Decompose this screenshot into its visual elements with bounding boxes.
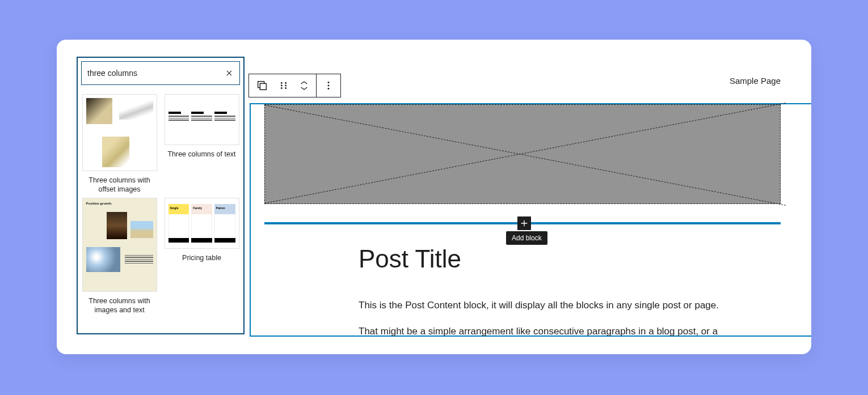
chevron-up-icon[interactable]	[300, 80, 309, 86]
add-block-button[interactable]	[517, 216, 531, 230]
pattern-label: Three columns with images and text	[81, 296, 158, 315]
search-field-wrap[interactable]	[81, 61, 240, 85]
pattern-label: Three columns of text	[166, 150, 237, 159]
svg-point-5	[285, 85, 286, 87]
pattern-thumbnail: Positive growth.	[82, 198, 157, 292]
search-input[interactable]	[87, 69, 225, 78]
svg-point-6	[281, 87, 283, 89]
block-movers[interactable]	[292, 74, 316, 97]
close-icon[interactable]	[225, 69, 234, 78]
pattern-item-images-and-text[interactable]: Positive growth. Three columns with imag…	[81, 198, 158, 315]
pattern-label: Three columns with offset images	[81, 176, 158, 194]
pattern-item-pricing-table[interactable]: Single Family Patron Pricing table	[163, 198, 240, 315]
pattern-thumbnail: Single Family Patron	[165, 198, 239, 249]
chevron-down-icon[interactable]	[300, 86, 309, 91]
add-block-tooltip: Add block	[506, 231, 547, 245]
pattern-item-three-columns-text[interactable]: Three columns of text	[163, 94, 240, 194]
block-toolbar	[248, 74, 341, 97]
svg-point-7	[285, 87, 286, 89]
svg-point-4	[281, 85, 283, 87]
pattern-label: Pricing table	[181, 253, 222, 262]
svg-point-2	[281, 82, 283, 84]
pattern-item-offset-images[interactable]: Three columns with offset images	[81, 94, 158, 194]
block-type-icon[interactable]	[249, 74, 275, 97]
svg-point-3	[285, 82, 286, 84]
block-inserter-panel: Three columns with offset images Three c…	[77, 57, 245, 334]
svg-point-10	[328, 88, 330, 90]
svg-rect-1	[260, 83, 266, 90]
selected-block[interactable]: Add block Post Title This is the Post Co…	[250, 103, 811, 337]
svg-point-9	[328, 85, 330, 87]
post-title[interactable]: Post Title	[359, 245, 461, 273]
nav-link-sample-page[interactable]: Sample Page	[730, 76, 781, 86]
more-options-icon[interactable]	[317, 74, 340, 97]
drag-handle-icon[interactable]	[275, 74, 292, 97]
pattern-results: Three columns with offset images Three c…	[78, 88, 243, 318]
post-content-paragraph[interactable]: That might be a simple arrangement like …	[359, 326, 718, 337]
plus-icon	[520, 219, 529, 228]
image-placeholder[interactable]	[264, 104, 781, 204]
svg-point-8	[328, 82, 330, 83]
post-content-paragraph[interactable]: This is the Post Content block, it will …	[359, 300, 719, 311]
pattern-thumbnail	[82, 94, 157, 171]
pattern-thumbnail	[165, 94, 239, 145]
editor-canvas: Three columns with offset images Three c…	[57, 40, 811, 354]
